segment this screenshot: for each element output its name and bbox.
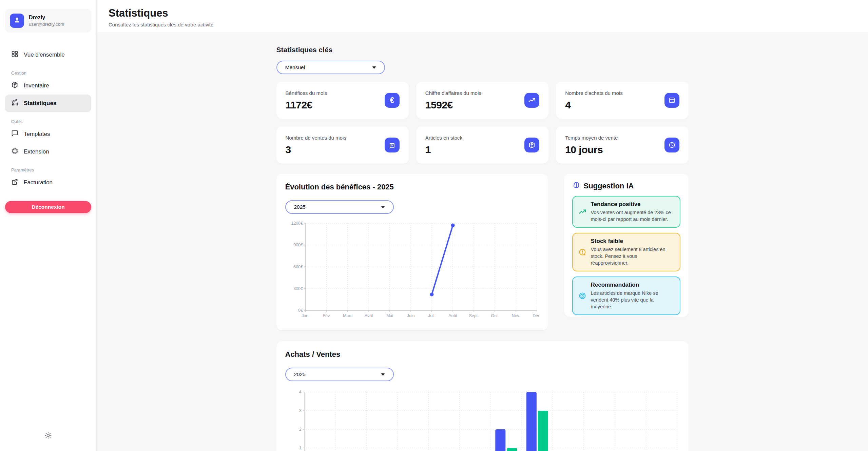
period-select[interactable]: Mensuel (276, 61, 385, 74)
svg-text:Août: Août (448, 313, 457, 318)
sidebar-section-parametres: Paramètres (11, 167, 85, 172)
avatar (10, 14, 24, 28)
svg-text:Fév.: Fév. (323, 313, 330, 318)
sidebar-item-label: Vue d'ensemble (24, 52, 65, 58)
stat-cards-grid: Bénéfices du mois 1172€ € Chiffre d'affa… (276, 82, 689, 164)
sidebar-item-statistiques[interactable]: Statistiques (5, 95, 91, 112)
clock-icon (664, 138, 679, 152)
theme-toggle-button[interactable] (42, 429, 55, 443)
profit-line-chart: Jan.Fév.MarsAvrilMaiJuinJuil.AoûtSept.Oc… (285, 220, 539, 322)
trending-up-icon (524, 93, 539, 108)
profit-chart-title: Évolution des bénéfices - 2025 (285, 183, 539, 191)
app-root: Drezly user@drezly.com Vue d'ensemble Ge… (0, 0, 868, 451)
sales-year-value: 2025 (294, 371, 306, 377)
stat-label: Nombre d'achats du mois (565, 90, 623, 96)
charts-row: Évolution des bénéfices - 2025 2025 Jan.… (276, 174, 689, 330)
stat-label: Chiffre d'affaires du mois (425, 90, 481, 96)
main-area: Statistiques Consultez les statistiques … (97, 0, 868, 451)
page-subtitle: Consultez les statistiques clés de votre… (109, 22, 856, 27)
stat-label: Articles en stock (425, 135, 462, 141)
profit-year-value: 2025 (294, 204, 306, 210)
svg-text:Juin: Juin (407, 313, 414, 318)
trending-up-icon (578, 208, 586, 216)
sidebar-nav: Vue d'ensemble Gestion Inventaire Statis… (5, 46, 91, 191)
profit-year-select[interactable]: 2025 (285, 200, 394, 214)
svg-text:3: 3 (299, 408, 302, 413)
chevron-down-icon (381, 373, 385, 376)
profit-chart-card: Évolution des bénéfices - 2025 2025 Jan.… (276, 174, 548, 330)
stats-heading: Statistiques clés (276, 46, 689, 54)
stat-label: Bénéfices du mois (286, 90, 327, 96)
page-header: Statistiques Consultez les statistiques … (97, 0, 868, 33)
content-area: Statistiques clés Mensuel Bénéfices du m… (97, 33, 868, 451)
stat-label: Temps moyen de vente (565, 135, 618, 141)
sidebar-item-facturation[interactable]: Facturation (5, 174, 91, 191)
user-name: Drezly (29, 15, 64, 21)
package-icon (524, 138, 539, 152)
sidebar-item-templates[interactable]: Templates (5, 125, 91, 143)
sidebar-item-inventaire[interactable]: Inventaire (5, 77, 91, 95)
svg-text:Juil.: Juil. (428, 313, 435, 318)
svg-text:Oct.: Oct. (491, 313, 499, 318)
stat-card-chiffre-affaires: Chiffre d'affaires du mois 1592€ (416, 82, 548, 119)
sidebar-item-label: Statistiques (24, 100, 56, 107)
sun-icon (44, 435, 52, 440)
user-icon (13, 16, 21, 25)
stat-card-nombre-achats: Nombre d'achats du mois 4 (556, 82, 688, 119)
svg-text:Avril: Avril (364, 313, 372, 318)
message-icon (11, 130, 18, 139)
suggestion-text: Les articles de marque Nike se vendent 4… (591, 290, 674, 310)
svg-text:4: 4 (299, 390, 302, 394)
suggestion-text: Vous avez seulement 8 articles en stock.… (591, 246, 674, 266)
stat-card-benefices: Bénéfices du mois 1172€ € (276, 82, 409, 119)
alert-icon (578, 248, 586, 256)
svg-text:Sept.: Sept. (469, 313, 479, 318)
sidebar-item-extension[interactable]: Extension (5, 143, 91, 161)
suggestion-title: Stock faible (591, 238, 674, 245)
ai-suggestions-card: Suggestion IA Tendance positive Vos vent… (564, 174, 689, 317)
chevron-down-icon (372, 66, 376, 69)
suggestion-text: Vos ventes ont augmenté de 23% ce mois-c… (591, 209, 674, 223)
suggestion-low-stock: Stock faible Vous avez seulement 8 artic… (572, 233, 680, 271)
period-select-value: Mensuel (285, 64, 305, 70)
user-email: user@drezly.com (29, 22, 64, 27)
user-card[interactable]: Drezly user@drezly.com (5, 9, 91, 33)
sidebar-item-overview[interactable]: Vue d'ensemble (5, 46, 91, 64)
stat-value: 1592€ (425, 99, 481, 111)
sidebar: Drezly user@drezly.com Vue d'ensemble Ge… (0, 0, 97, 451)
sidebar-item-label: Facturation (24, 179, 53, 186)
euro-icon: € (385, 93, 400, 108)
svg-text:300€: 300€ (293, 286, 303, 291)
chart-mixed-icon (11, 99, 18, 108)
svg-text:Jan.: Jan. (302, 313, 310, 318)
calculator-icon (664, 93, 679, 108)
sidebar-section-gestion: Gestion (11, 70, 85, 76)
grid-icon (11, 50, 18, 59)
sales-year-select[interactable]: 2025 (285, 368, 394, 381)
sales-bar-chart: 43210 (285, 387, 680, 451)
page-title: Statistiques (109, 7, 856, 19)
stat-card-nombre-ventes: Nombre de ventes du mois 3 (276, 126, 409, 164)
stat-value: 1172€ (286, 99, 327, 111)
ai-suggestions-title: Suggestion IA (584, 182, 634, 190)
svg-text:Déc.: Déc. (533, 313, 539, 318)
sales-chart-card: Achats / Ventes 2025 43210 (276, 341, 689, 451)
svg-text:0€: 0€ (298, 308, 303, 313)
target-icon (578, 292, 586, 300)
brain-icon (572, 181, 580, 191)
svg-text:1: 1 (299, 446, 302, 450)
suggestion-title: Recommandation (591, 282, 674, 288)
sidebar-section-outils: Outils (11, 119, 85, 124)
external-link-icon (11, 178, 18, 187)
sales-chart-title: Achats / Ventes (285, 350, 680, 359)
svg-text:Nov.: Nov. (512, 313, 520, 318)
sidebar-item-label: Templates (24, 131, 50, 138)
logout-button[interactable]: Déconnexion (5, 201, 91, 213)
suggestion-recommendation: Recommandation Les articles de marque Ni… (572, 276, 680, 315)
svg-text:1200€: 1200€ (291, 221, 303, 226)
sidebar-item-label: Inventaire (24, 82, 49, 89)
shopping-bag-icon (385, 138, 400, 152)
svg-text:2: 2 (299, 427, 302, 432)
suggestion-title: Tendance positive (591, 201, 674, 208)
svg-text:Mars: Mars (343, 313, 352, 318)
